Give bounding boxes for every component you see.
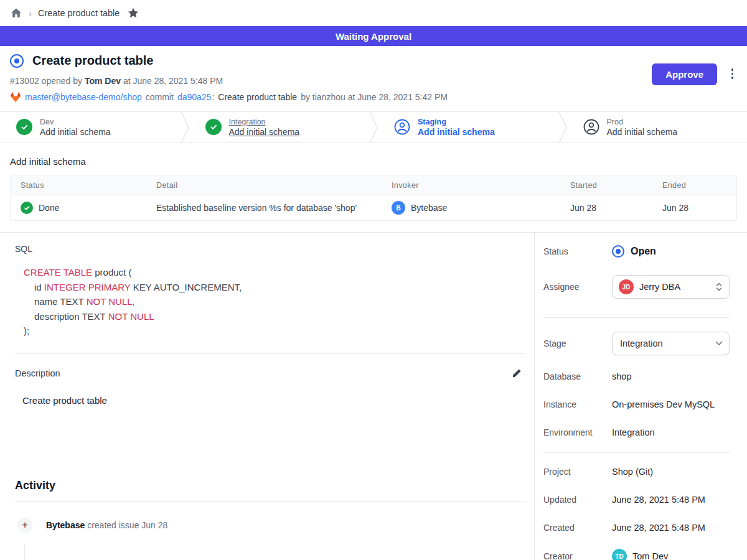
col-detail: Detail <box>146 176 382 195</box>
sql-text: description TEXT <box>34 311 108 322</box>
status-value: Open <box>612 245 656 258</box>
task-invoker-cell: B Bytebase <box>382 195 560 220</box>
issue-sidebar: Status Open Assignee JD Jerry DBA Stage … <box>534 233 747 560</box>
instance-value: On-premises Dev MySQL <box>612 399 715 409</box>
stage-env-label: Staging <box>418 118 495 126</box>
col-invoker: Invoker <box>382 176 560 195</box>
sql-keyword: NOT NULL, <box>87 296 135 307</box>
task-invoker-text: Bytebase <box>411 203 447 213</box>
issue-header: Create product table #13002 opened by To… <box>0 46 747 111</box>
sql-text: ); <box>24 325 29 336</box>
stage-env-label: Prod <box>607 118 678 126</box>
creator-avatar: TD <box>612 549 627 560</box>
assignee-name: Jerry DBA <box>639 282 710 292</box>
commit-message: Create product table <box>218 92 297 102</box>
stage-task-label: Add initial schema <box>607 127 678 137</box>
assignee-pending-icon <box>583 119 599 135</box>
commit-author-time: by tianzhou at June 28, 2021 5:42 PM <box>301 92 448 102</box>
sql-code: CREATE TABLE product ( id INTEGER PRIMAR… <box>24 265 525 338</box>
stage-staging[interactable]: Staging Add initial schema <box>378 112 558 142</box>
issue-opened-time: at June 28, 2021 5:48 PM <box>123 76 223 86</box>
stage-select[interactable]: Integration <box>612 332 730 355</box>
assignee-select[interactable]: JD Jerry DBA <box>612 275 730 299</box>
project-value: Shop (Git) <box>612 467 653 477</box>
instance-label: Instance <box>543 399 612 409</box>
commit-row: master@bytebase-demo/shop commit da90a25… <box>10 91 737 103</box>
status-label: Status <box>543 246 612 256</box>
activity-action: created issue Jun 28 <box>87 520 167 530</box>
creator-value: TD Tom Dev <box>612 549 668 560</box>
commit-hash-link[interactable]: da90a25 <box>177 92 212 102</box>
assignee-pending-icon <box>394 119 410 135</box>
home-icon[interactable] <box>10 7 22 19</box>
approve-button[interactable]: Approve <box>652 63 717 85</box>
activity-timeline-line <box>24 545 25 560</box>
stage-separator <box>181 112 189 142</box>
task-table: Status Detail Invoker Started Ended Done… <box>10 175 737 221</box>
stage-integration[interactable]: Integration Add initial schema <box>189 112 370 142</box>
creator-name: Tom Dev <box>632 551 668 560</box>
issue-author: Tom Dev <box>85 76 121 86</box>
sql-text: KEY AUTO_INCREMENT, <box>130 282 242 292</box>
sql-text: id <box>34 282 44 292</box>
stage-value: Integration <box>619 338 710 348</box>
table-row: Done Established baseline version %s for… <box>11 195 736 220</box>
col-started: Started <box>560 176 652 195</box>
project-label: Project <box>543 467 612 477</box>
stage-prod[interactable]: Prod Add initial schema <box>567 112 747 142</box>
breadcrumb: › Create product table <box>0 0 747 26</box>
status-banner: Waiting Approval <box>0 26 747 46</box>
star-icon[interactable] <box>127 7 139 19</box>
task-section-title: Add initial schema <box>10 156 737 167</box>
status-text: Open <box>631 246 656 257</box>
check-icon <box>205 119 222 135</box>
open-status-icon <box>612 245 624 258</box>
stage-label: Stage <box>543 338 612 348</box>
stage-separator <box>369 112 378 142</box>
stage-env-label: Dev <box>40 118 111 126</box>
more-options-icon[interactable] <box>731 68 734 79</box>
bytebase-avatar: B <box>392 201 405 215</box>
assignee-label: Assignee <box>543 282 612 292</box>
divider <box>543 452 730 453</box>
chevron-down-icon <box>715 341 723 346</box>
activity-actor: Bytebase <box>46 520 85 530</box>
sql-keyword: CREATE TABLE <box>24 267 92 278</box>
description-label: Description <box>15 368 60 378</box>
task-table-header: Status Detail Invoker Started Ended <box>11 176 736 195</box>
stage-dev[interactable]: Dev Add initial schema <box>0 112 181 142</box>
task-started-cell: Jun 28 <box>560 197 652 218</box>
sql-label: SQL <box>15 244 525 254</box>
issue-meta: #13002 opened by Tom Dev at June 28, 202… <box>10 76 737 86</box>
database-value: shop <box>612 371 631 381</box>
breadcrumb-title[interactable]: Create product table <box>38 8 120 18</box>
activity-item: + Bytebase created issue Jun 28 <box>17 518 525 533</box>
edit-pencil-icon[interactable] <box>511 368 522 379</box>
divider <box>15 501 525 502</box>
sql-text: product ( <box>92 267 131 278</box>
branch-repo-link[interactable]: master@bytebase-demo/shop <box>25 92 142 102</box>
issue-id-text: #13002 opened by <box>10 76 82 86</box>
commit-word: commit <box>146 92 174 102</box>
sql-keyword: NOT NULL <box>108 311 154 322</box>
created-value: June 28, 2021 5:48 PM <box>612 523 705 533</box>
stage-separator <box>558 112 567 142</box>
environment-value: Integration <box>612 427 655 437</box>
description-text: Create product table <box>22 395 525 406</box>
stage-task-label: Add initial schema <box>40 127 111 137</box>
plus-icon: + <box>17 518 32 533</box>
commit-colon: : <box>212 92 214 102</box>
pipeline: Dev Add initial schema Integration Add i… <box>0 111 747 142</box>
task-section: Add initial schema Status Detail Invoker… <box>0 142 747 232</box>
updated-label: Updated <box>543 495 612 505</box>
divider <box>15 353 525 354</box>
stage-task-label: Add initial schema <box>418 127 495 137</box>
issue-open-icon <box>10 54 24 68</box>
col-status: Status <box>11 176 146 195</box>
divider <box>543 317 730 318</box>
stage-env-label: Integration <box>229 118 300 126</box>
task-status-cell: Done <box>11 196 146 220</box>
sql-text: name TEXT <box>34 296 87 307</box>
issue-title: Create product table <box>32 54 153 68</box>
updated-value: June 28, 2021 5:48 PM <box>612 495 705 505</box>
